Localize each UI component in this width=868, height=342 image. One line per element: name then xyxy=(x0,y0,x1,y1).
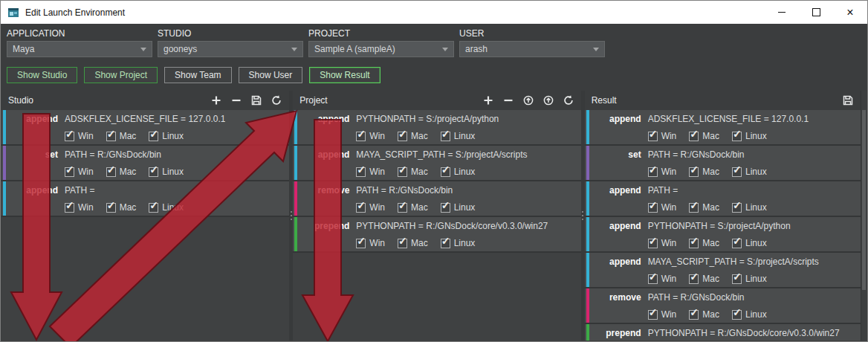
checkbox-checked-icon[interactable] xyxy=(648,203,658,213)
checkbox-checked-icon[interactable] xyxy=(398,239,407,248)
checkbox-checked-icon[interactable] xyxy=(398,132,407,141)
add-icon[interactable] xyxy=(210,94,222,106)
remove-icon[interactable] xyxy=(502,94,514,106)
arrow-up-circle-icon[interactable] xyxy=(522,94,534,106)
checkbox-checked-icon[interactable] xyxy=(65,132,74,141)
env-entry-row[interactable]: append ADSKFLEX_LICENSE_FILE = 127.0.0.1… xyxy=(1,110,289,146)
platform-checkbox-mac[interactable]: Mac xyxy=(689,238,719,248)
minimize-button[interactable] xyxy=(765,1,799,24)
user-select[interactable]: arash xyxy=(459,41,605,57)
platform-checkbox-linux[interactable]: Linux xyxy=(732,202,767,213)
remove-icon[interactable] xyxy=(230,94,242,106)
platform-checkbox-linux[interactable]: Linux xyxy=(441,202,476,213)
env-entry-row[interactable]: remove PATH = R:/GNsDock/bin WinMacLinux xyxy=(293,181,580,217)
env-entry-row[interactable]: append PATH = WinMacLinux xyxy=(1,181,289,217)
env-entry-row[interactable]: append MAYA_SCRIPT_PATH = S:/projectA/sc… xyxy=(585,253,861,288)
platform-checkbox-win[interactable]: Win xyxy=(648,309,677,320)
checkbox-checked-icon[interactable] xyxy=(356,203,366,213)
checkbox-checked-icon[interactable] xyxy=(441,167,450,177)
checkbox-checked-icon[interactable] xyxy=(689,132,699,141)
platform-checkbox-linux[interactable]: Linux xyxy=(441,167,476,177)
scrollbar-thumb[interactable] xyxy=(862,110,866,290)
platform-checkbox-win[interactable]: Win xyxy=(65,202,94,213)
checkbox-checked-icon[interactable] xyxy=(65,167,74,177)
platform-checkbox-linux[interactable]: Linux xyxy=(732,309,767,320)
platform-checkbox-win[interactable]: Win xyxy=(356,131,385,141)
project-select[interactable]: Sample A (sampleA) xyxy=(308,41,454,57)
platform-checkbox-mac[interactable]: Mac xyxy=(398,238,428,248)
checkbox-checked-icon[interactable] xyxy=(732,203,742,213)
save-icon[interactable] xyxy=(842,94,854,106)
env-entry-row[interactable]: remove PATH = R:/GNsDock/bin WinMacLinux xyxy=(585,288,861,324)
platform-checkbox-win[interactable]: Win xyxy=(356,202,385,213)
add-icon[interactable] xyxy=(482,94,494,106)
close-button[interactable]: × xyxy=(833,1,867,24)
checkbox-checked-icon[interactable] xyxy=(648,310,658,320)
platform-checkbox-mac[interactable]: Mac xyxy=(689,131,719,141)
platform-checkbox-linux[interactable]: Linux xyxy=(149,131,184,141)
platform-checkbox-win[interactable]: Win xyxy=(648,167,677,177)
platform-checkbox-mac[interactable]: Mac xyxy=(106,131,137,141)
platform-checkbox-linux[interactable]: Linux xyxy=(441,131,476,141)
platform-checkbox-linux[interactable]: Linux xyxy=(441,238,476,248)
platform-checkbox-win[interactable]: Win xyxy=(356,167,385,177)
platform-checkbox-linux[interactable]: Linux xyxy=(149,167,184,177)
platform-checkbox-linux[interactable]: Linux xyxy=(732,238,767,248)
platform-checkbox-win[interactable]: Win xyxy=(648,202,677,213)
env-entry-row[interactable]: append PYTHONPATH = S:/projectA/python W… xyxy=(293,110,580,146)
checkbox-checked-icon[interactable] xyxy=(689,239,699,248)
platform-checkbox-mac[interactable]: Mac xyxy=(689,274,719,284)
env-entry-row[interactable]: set PATH = R:/GNsDock/bin WinMacLinux xyxy=(1,146,289,181)
refresh-icon[interactable] xyxy=(563,94,574,106)
checkbox-checked-icon[interactable] xyxy=(356,239,366,248)
checkbox-checked-icon[interactable] xyxy=(106,203,116,213)
checkbox-checked-icon[interactable] xyxy=(106,132,116,141)
checkbox-checked-icon[interactable] xyxy=(441,203,450,213)
env-entry-row[interactable]: append PATH = WinMacLinux xyxy=(585,181,861,217)
checkbox-checked-icon[interactable] xyxy=(441,239,450,248)
env-entry-row[interactable]: append MAYA_SCRIPT_PATH = S:/projectA/sc… xyxy=(293,146,580,181)
platform-checkbox-win[interactable]: Win xyxy=(65,167,94,177)
refresh-icon[interactable] xyxy=(271,94,282,106)
checkbox-checked-icon[interactable] xyxy=(149,132,158,141)
checkbox-checked-icon[interactable] xyxy=(648,274,658,284)
checkbox-checked-icon[interactable] xyxy=(398,167,407,177)
checkbox-checked-icon[interactable] xyxy=(356,132,366,141)
save-icon[interactable] xyxy=(250,94,262,106)
show-user-button[interactable]: Show User xyxy=(239,67,303,83)
show-result-button[interactable]: Show Result xyxy=(309,67,380,83)
platform-checkbox-mac[interactable]: Mac xyxy=(106,202,137,213)
studio-select[interactable]: gooneys xyxy=(158,41,303,57)
platform-checkbox-mac[interactable]: Mac xyxy=(398,167,428,177)
show-team-button[interactable]: Show Team xyxy=(164,67,231,83)
arrow-up-circle-icon[interactable] xyxy=(542,94,554,106)
checkbox-checked-icon[interactable] xyxy=(149,203,158,213)
platform-checkbox-mac[interactable]: Mac xyxy=(689,202,719,213)
platform-checkbox-mac[interactable]: Mac xyxy=(689,167,719,177)
show-studio-button[interactable]: Show Studio xyxy=(7,67,77,83)
env-entry-row[interactable]: append PYTHONPATH = S:/projectA/python W… xyxy=(585,217,861,253)
checkbox-checked-icon[interactable] xyxy=(689,274,699,284)
checkbox-checked-icon[interactable] xyxy=(648,239,658,248)
checkbox-checked-icon[interactable] xyxy=(732,167,742,177)
checkbox-checked-icon[interactable] xyxy=(648,132,658,141)
checkbox-checked-icon[interactable] xyxy=(689,203,699,213)
platform-checkbox-win[interactable]: Win xyxy=(648,274,677,284)
platform-checkbox-linux[interactable]: Linux xyxy=(149,202,184,213)
checkbox-checked-icon[interactable] xyxy=(356,167,366,177)
checkbox-checked-icon[interactable] xyxy=(106,167,116,177)
vertical-scrollbar[interactable] xyxy=(861,91,867,341)
checkbox-checked-icon[interactable] xyxy=(689,310,699,320)
checkbox-checked-icon[interactable] xyxy=(149,167,158,177)
platform-checkbox-mac[interactable]: Mac xyxy=(398,131,428,141)
platform-checkbox-mac[interactable]: Mac xyxy=(106,167,137,177)
env-entry-row[interactable]: prepend PYTHONPATH = R:/GNsDock/core/v0.… xyxy=(585,324,861,341)
platform-checkbox-linux[interactable]: Linux xyxy=(732,167,767,177)
checkbox-checked-icon[interactable] xyxy=(732,132,742,141)
platform-checkbox-mac[interactable]: Mac xyxy=(398,202,428,213)
application-select[interactable]: Maya xyxy=(7,41,152,57)
platform-checkbox-win[interactable]: Win xyxy=(356,238,385,248)
checkbox-checked-icon[interactable] xyxy=(398,203,407,213)
checkbox-checked-icon[interactable] xyxy=(732,310,742,320)
platform-checkbox-mac[interactable]: Mac xyxy=(689,309,719,320)
